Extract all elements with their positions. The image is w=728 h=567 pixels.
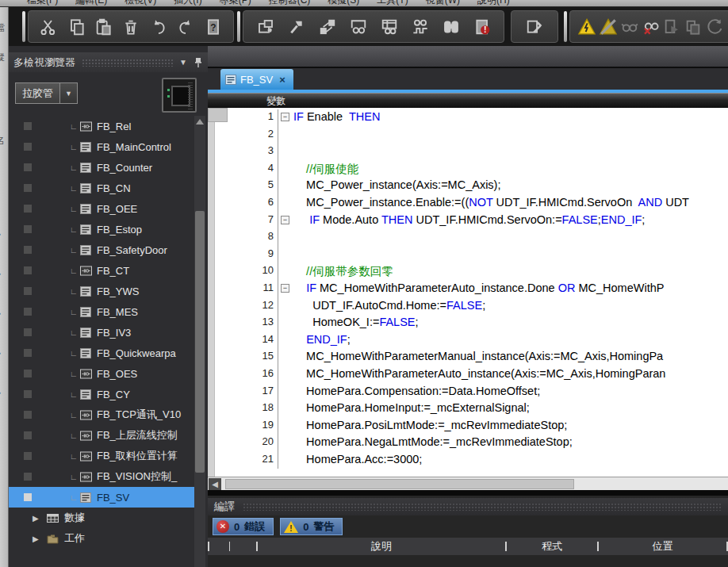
tab-fb-sv[interactable]: FB_SV × bbox=[220, 69, 293, 90]
tree-item-fb_iv3[interactable]: ∟FB_IV3 bbox=[9, 322, 194, 343]
tab-close-icon[interactable]: × bbox=[279, 74, 285, 86]
tree-item-fb_sv[interactable]: ∟FB_SV bbox=[9, 487, 194, 508]
find-button[interactable] bbox=[439, 15, 463, 39]
editor-horizontal-scrollbar[interactable]: ◀ bbox=[208, 477, 728, 490]
code-line-19[interactable]: 19 HomePara.PosiLmtMode:=_mcRevImmediate… bbox=[208, 418, 728, 435]
tree-item-fb_cy[interactable]: ∟FB_CY bbox=[9, 384, 194, 404]
code-line-6[interactable]: 6 MC_Power_instance.Enable:=((NOT UDT_IF… bbox=[208, 195, 728, 213]
tree-item-fb_maincontrol[interactable]: ∟FB_MainControl bbox=[9, 136, 194, 157]
scrollbar-thumb[interactable] bbox=[225, 479, 574, 489]
fold-marker-icon[interactable]: − bbox=[281, 216, 289, 224]
menu-item[interactable]: 插入(I) bbox=[174, 0, 201, 7]
build-button[interactable] bbox=[285, 15, 308, 39]
code-line-13[interactable]: 13 HomeOK_I:=FALSE; bbox=[208, 315, 728, 332]
tree-root-工作[interactable]: ▶工作 bbox=[9, 528, 194, 549]
code-line-15[interactable]: 15 MC_HomeWithParameterManual_instance(A… bbox=[208, 349, 728, 366]
tree-item-fb_quickwearpa[interactable]: ∟FB_Quickwearpa bbox=[9, 343, 194, 363]
tree-item-fb_rel[interactable]: ∟FB_Rel bbox=[9, 116, 194, 136]
monitor-stop-button[interactable] bbox=[640, 15, 661, 39]
menu-item[interactable]: 視窗(W) bbox=[426, 0, 460, 7]
build-panel-title-bar[interactable]: 編譯 bbox=[208, 498, 728, 515]
scrollbar-thumb[interactable] bbox=[195, 211, 205, 473]
online-button[interactable] bbox=[577, 15, 598, 39]
tree-item-fb_cn[interactable]: ∟FB_CN bbox=[9, 178, 194, 198]
watch-table-button[interactable] bbox=[377, 15, 401, 39]
code-line-17[interactable]: 17 HomePara.Compensation:=Data.HomeOffse… bbox=[208, 384, 728, 401]
tree-root-數據[interactable]: ▶數據 bbox=[9, 508, 194, 528]
column-separator[interactable] bbox=[208, 542, 209, 551]
watch-box-button[interactable] bbox=[347, 15, 370, 39]
code-line-18[interactable]: 18 HomePara.HomeInput:=_mcExternalSignal… bbox=[208, 400, 728, 418]
tree-item-fb_estop[interactable]: ∟FB_Estop bbox=[9, 219, 194, 239]
pin-icon[interactable] bbox=[193, 57, 203, 68]
paste-button[interactable] bbox=[91, 15, 115, 39]
code-line-7[interactable]: 7− IF Mode.Auto THEN UDT_IF.HMICmd.Servo… bbox=[208, 213, 728, 230]
run-button[interactable] bbox=[661, 15, 683, 39]
code-line-4[interactable]: 4 //伺服使能 bbox=[208, 161, 728, 178]
tree-item-fb_ct[interactable]: ∟FB_CT bbox=[9, 260, 194, 281]
code-line-20[interactable]: 20 HomePara.NegaLmtMode:=_mcRevImmediate… bbox=[208, 435, 728, 452]
window-sync-button[interactable] bbox=[254, 15, 278, 39]
code-line-1[interactable]: 1−IF Enable THEN bbox=[208, 109, 728, 127]
edit-tool-button[interactable] bbox=[523, 15, 546, 39]
offline-button[interactable] bbox=[598, 15, 619, 39]
device-selector[interactable]: 拉胶管 ▼ bbox=[15, 82, 78, 104]
menu-item[interactable]: 編輯(E) bbox=[75, 0, 107, 7]
code-line-9[interactable]: 9 bbox=[208, 247, 728, 264]
menu-item[interactable]: 專案(P) bbox=[220, 0, 251, 7]
menu-item[interactable]: 工具(T) bbox=[377, 0, 408, 7]
code-line-3[interactable]: 3 bbox=[208, 144, 728, 161]
fold-marker-icon[interactable]: − bbox=[281, 284, 289, 293]
code-line-8[interactable]: 8 bbox=[208, 229, 728, 247]
pages-button[interactable] bbox=[683, 15, 704, 39]
st-code-editor[interactable]: 1−IF Enable THEN234 //伺服使能5 MC_Power_ins… bbox=[208, 108, 728, 477]
menu-item[interactable]: 說明(H) bbox=[477, 0, 510, 7]
cut-button[interactable] bbox=[36, 15, 60, 39]
code-line-21[interactable]: 21 HomePara.Acc:=3000; bbox=[208, 452, 728, 469]
tree-item-fb_safetydoor[interactable]: ∟FB_SafetyDoor bbox=[9, 239, 194, 260]
scroll-left-arrow[interactable]: ◀ bbox=[209, 478, 221, 490]
warnings-badge[interactable]: ! 0 警告 bbox=[280, 518, 343, 535]
redo-button[interactable] bbox=[174, 15, 197, 39]
tree-item-fb_取料位置计算[interactable]: ∟FB_取料位置计算 bbox=[9, 446, 194, 466]
copy-button[interactable] bbox=[64, 15, 88, 39]
explorer-scrollbar[interactable] bbox=[194, 116, 205, 567]
errors-badge[interactable]: ✕ 0 錯誤 bbox=[213, 518, 274, 535]
menu-item[interactable]: 模擬(S) bbox=[328, 0, 359, 7]
column-separator[interactable] bbox=[229, 542, 231, 551]
fold-marker-icon[interactable]: − bbox=[281, 113, 289, 121]
error-list-button[interactable]: ! bbox=[470, 15, 494, 39]
code-line-11[interactable]: 11− IF MC_HomeWithParameterAuto_instance… bbox=[208, 281, 728, 298]
code-line-10[interactable]: 10 //伺服带参数回零 bbox=[208, 263, 728, 281]
tree-item-fb_oee[interactable]: ∟FB_OEE bbox=[9, 198, 194, 219]
monitor-button[interactable] bbox=[619, 15, 640, 39]
tree-item-fb_oes[interactable]: ∟FB_OES bbox=[9, 363, 194, 384]
refresh-button[interactable] bbox=[703, 15, 725, 39]
variables-bar[interactable]: 變數 bbox=[208, 93, 728, 108]
expand-arrow-icon[interactable]: ▶ bbox=[33, 514, 39, 523]
search-page-button[interactable]: ? bbox=[201, 15, 225, 39]
menu-item[interactable]: 控制器(C) bbox=[269, 0, 311, 7]
menu-item[interactable]: 檔案(F) bbox=[27, 0, 58, 7]
code-line-16[interactable]: 16 MC_HomeWithParameterAuto_instance(Axi… bbox=[208, 366, 728, 384]
code-line-14[interactable]: 14 END_IF; bbox=[208, 332, 728, 350]
tree-item-fb_mes[interactable]: ∟FB_MES bbox=[9, 301, 194, 322]
tree-item-fb_tcp通讯_v10[interactable]: ∟FB_TCP通讯_V10 bbox=[9, 404, 194, 425]
delete-button[interactable] bbox=[119, 15, 143, 39]
tree-item-fb_上层流线控制[interactable]: ∟FB_上层流线控制 bbox=[9, 425, 194, 446]
transfer-button[interactable] bbox=[316, 15, 339, 39]
code-line-2[interactable]: 2 bbox=[208, 127, 728, 144]
data-trace-button[interactable] bbox=[408, 15, 432, 39]
tree-item-fb_yws[interactable]: ∟FB_YWS bbox=[9, 281, 194, 301]
expand-arrow-icon[interactable]: ▶ bbox=[33, 534, 39, 543]
tree-item-fb_vision控制_[interactable]: ∟FB_VISION控制_ bbox=[9, 466, 194, 487]
explorer-title-bar[interactable]: 多檢視瀏覽器 ▼ bbox=[9, 52, 208, 72]
code-line-12[interactable]: 12 UDT_IF.AutoCmd.Home:=FALSE; bbox=[208, 298, 728, 316]
undo-button[interactable] bbox=[147, 15, 171, 39]
tree-item-fb_counter[interactable]: ∟FB_Counter bbox=[9, 157, 194, 178]
controller-device-icon[interactable] bbox=[162, 78, 197, 113]
scroll-up-arrow[interactable] bbox=[196, 119, 204, 125]
menu-item[interactable]: 檢視(V) bbox=[125, 0, 156, 7]
code-line-5[interactable]: 5 MC_Power_instance(Axis:=MC_Axis); bbox=[208, 178, 728, 195]
chevron-down-icon[interactable]: ▼ bbox=[179, 58, 187, 67]
